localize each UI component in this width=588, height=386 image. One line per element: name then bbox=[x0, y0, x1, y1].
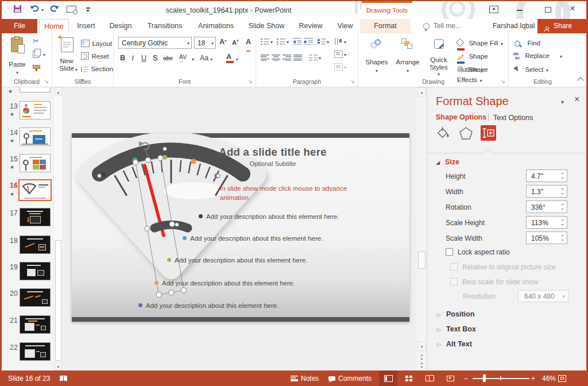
position-section-expand-icon[interactable]: ▷ bbox=[437, 312, 441, 318]
text-direction-icon[interactable] bbox=[334, 38, 342, 45]
convert-smartart-icon[interactable] bbox=[334, 63, 343, 71]
slide-thumbnail-17[interactable] bbox=[20, 208, 51, 226]
font-color-button[interactable]: A bbox=[226, 53, 231, 61]
align-text-dropdown-icon[interactable]: ▾ bbox=[344, 53, 346, 57]
rotation-spin-up-icon[interactable]: ▴ bbox=[559, 202, 566, 207]
panel-scroll-up-icon[interactable]: ▴ bbox=[55, 87, 62, 96]
tab-transitions[interactable]: Transitions bbox=[140, 19, 189, 33]
select-button[interactable]: Select ▾ bbox=[514, 64, 548, 74]
zoom-slider-thumb[interactable] bbox=[483, 375, 486, 382]
lock-aspect-ratio-checkbox[interactable] bbox=[446, 248, 453, 256]
tab-file[interactable]: File bbox=[2, 19, 37, 33]
scale-width-spin-up-icon[interactable]: ▴ bbox=[559, 233, 566, 238]
spellcheck-icon[interactable] bbox=[60, 370, 67, 386]
tell-me[interactable]: Tell me... bbox=[434, 22, 461, 30]
next-slide-button[interactable]: ▾▾ bbox=[418, 362, 425, 370]
close-icon[interactable]: × bbox=[570, 3, 575, 14]
tab-slide-show[interactable]: Slide Show bbox=[242, 19, 291, 33]
slide-title-block[interactable]: Add a slide title here Optional Subtitle bbox=[184, 146, 362, 167]
character-spacing-button[interactable]: AV ↔ bbox=[179, 53, 187, 64]
scale-height-spin-down-icon[interactable]: ▾ bbox=[559, 222, 566, 227]
slide-bullet-3[interactable]: Add your description about this element … bbox=[167, 257, 307, 264]
slide-thumbnail-19[interactable] bbox=[20, 262, 51, 280]
bullets-icon[interactable] bbox=[261, 38, 269, 45]
tab-review[interactable]: Review bbox=[293, 19, 328, 33]
drawing-dialog-launcher-icon[interactable]: ↘ bbox=[501, 79, 505, 84]
pane-tab-text-options[interactable]: Text Options bbox=[493, 114, 533, 122]
slide-bullet-1[interactable]: Add your description about this element … bbox=[199, 213, 339, 220]
slide[interactable]: Add a slide title here Optional Subtitle… bbox=[72, 133, 409, 322]
slide-bullet-4[interactable]: Add your description about this element … bbox=[154, 280, 295, 287]
shrink-font-button[interactable]: A▾ bbox=[232, 38, 238, 46]
rotation-field[interactable]: 336° ▴▾ bbox=[526, 200, 567, 213]
tab-design[interactable]: Design bbox=[103, 19, 138, 33]
tab-format[interactable]: Format bbox=[360, 19, 411, 33]
columns-dropdown-icon[interactable]: ▾ bbox=[319, 56, 321, 61]
height-spin-up-icon[interactable]: ▴ bbox=[559, 171, 566, 176]
clipboard-dialog-launcher-icon[interactable]: ↘ bbox=[44, 79, 49, 84]
slide-indicator[interactable]: Slide 16 of 23 bbox=[8, 370, 50, 386]
numbering-dropdown-icon[interactable]: ▾ bbox=[287, 40, 289, 45]
paragraph-dialog-launcher-icon[interactable]: ↘ bbox=[350, 79, 355, 84]
slide-note[interactable]: In slide show mode click mouse to advanc… bbox=[220, 184, 359, 202]
bold-button[interactable]: B bbox=[120, 54, 125, 62]
slide-sorter-view-button[interactable] bbox=[400, 370, 418, 386]
slide-thumbnail-22[interactable] bbox=[20, 342, 51, 361]
alt-text-section-header[interactable]: Alt Text bbox=[446, 340, 472, 348]
font-dialog-launcher-icon[interactable]: ↘ bbox=[248, 79, 253, 84]
change-case-button[interactable]: Aa bbox=[200, 54, 208, 62]
case-dropdown-icon[interactable]: ▾ bbox=[210, 57, 212, 62]
grow-font-button[interactable]: A▴ bbox=[219, 38, 227, 46]
share-button[interactable]: Share bbox=[537, 19, 586, 33]
alt-text-section-expand-icon[interactable]: ▷ bbox=[437, 342, 441, 348]
find-button[interactable]: Find bbox=[514, 37, 540, 48]
text-direction-dropdown-icon[interactable]: ▾ bbox=[344, 40, 346, 45]
paste-button[interactable]: Paste ▾ bbox=[5, 36, 29, 77]
zoom-in-button[interactable]: + bbox=[531, 370, 535, 386]
width-spin-up-icon[interactable]: ▴ bbox=[559, 186, 566, 191]
zoom-out-button[interactable]: − bbox=[464, 370, 468, 386]
maximize-icon[interactable] bbox=[545, 7, 551, 13]
increase-indent-icon[interactable] bbox=[304, 38, 313, 45]
scale-height-field[interactable]: 113% ▴▾ bbox=[526, 216, 567, 229]
tab-insert[interactable]: Insert bbox=[71, 19, 101, 33]
format-painter-icon[interactable] bbox=[33, 65, 40, 69]
slide-thumbnail-20[interactable] bbox=[20, 288, 51, 307]
pane-tab-shape-options[interactable]: Shape Options bbox=[436, 113, 486, 121]
zoom-level[interactable]: 46% bbox=[542, 370, 556, 386]
shape-fill-button[interactable]: Shape Fill ▾ bbox=[457, 37, 503, 51]
align-text-icon[interactable] bbox=[334, 51, 343, 58]
bullets-dropdown-icon[interactable]: ▾ bbox=[270, 40, 273, 45]
minimize-icon[interactable] bbox=[517, 10, 523, 11]
size-properties-icon-selected[interactable] bbox=[481, 125, 496, 141]
font-color-dropdown-icon[interactable]: ▾ bbox=[236, 57, 238, 62]
strikethrough-button[interactable]: abc bbox=[163, 55, 173, 61]
size-section-header[interactable]: Size bbox=[445, 158, 459, 166]
pane-menu-icon[interactable]: ▾ bbox=[561, 99, 564, 105]
main-scrollbar-thumb[interactable] bbox=[418, 252, 425, 269]
height-spin-down-icon[interactable]: ▾ bbox=[559, 176, 566, 181]
line-spacing-icon[interactable] bbox=[317, 38, 326, 45]
text-box-section-header[interactable]: Text Box bbox=[446, 325, 476, 333]
text-shadow-button[interactable]: S bbox=[153, 54, 157, 62]
start-slideshow-icon[interactable] bbox=[67, 6, 76, 13]
customize-qat-icon[interactable] bbox=[86, 7, 91, 13]
slide-bullet-5[interactable]: Add your description about this element … bbox=[138, 302, 278, 309]
reading-view-button[interactable] bbox=[420, 370, 439, 386]
text-box-section-expand-icon[interactable]: ▷ bbox=[437, 327, 441, 333]
comments-button[interactable]: Comments bbox=[328, 370, 372, 386]
zoom-slider-track[interactable] bbox=[473, 378, 529, 379]
lock-aspect-ratio-label[interactable]: Lock aspect ratio bbox=[458, 248, 510, 256]
arrange-button[interactable]: Arrange ▾ bbox=[393, 36, 423, 78]
font-name-combo[interactable]: Century Gothic ▾ bbox=[118, 37, 192, 49]
replace-button[interactable]: Replace ▾ bbox=[513, 50, 562, 60]
spacing-dropdown-icon[interactable]: ▾ bbox=[192, 57, 194, 62]
slide-thumbnail-18[interactable] bbox=[20, 236, 51, 254]
line-spacing-dropdown-icon[interactable]: ▾ bbox=[327, 40, 329, 45]
reset-button[interactable]: Reset bbox=[81, 51, 109, 61]
clear-formatting-button[interactable]: A bbox=[246, 38, 256, 54]
scroll-up-icon[interactable]: ▴ bbox=[417, 87, 426, 96]
panel-scrollbar-thumb[interactable] bbox=[55, 240, 61, 361]
save-icon[interactable] bbox=[14, 5, 21, 13]
slide-thumbnail-15[interactable] bbox=[20, 154, 51, 172]
